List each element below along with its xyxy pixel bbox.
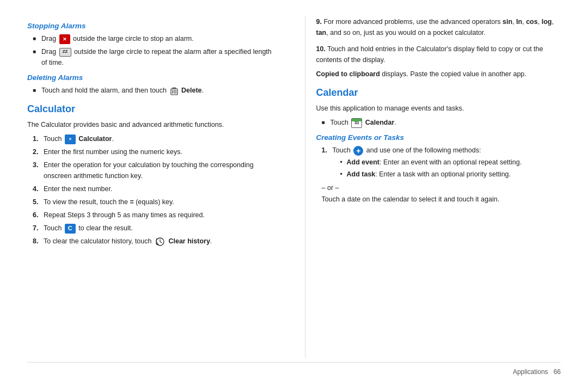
creating-events-steps: Touch + and use one of the following met… <box>316 145 561 180</box>
clear-icon: C <box>65 224 76 234</box>
plus-icon: + <box>353 146 363 156</box>
sub-list-item: Add task: Enter a task with an optional … <box>340 169 561 180</box>
calendar-section: Calendar Use this application to manage … <box>316 87 561 128</box>
calendar-icon: 31 <box>351 118 362 128</box>
calculator-steps: Touch ± Calculator. Enter the first numb… <box>27 133 272 247</box>
svg-rect-1 <box>173 88 176 89</box>
list-item: Drag ✕ outside the large circle to stop … <box>33 33 272 44</box>
list-item: Touch and hold the alarm, and then touch… <box>33 85 272 96</box>
delete-label: Delete <box>181 87 202 94</box>
trash-icon <box>170 86 179 96</box>
step10-section: 10. Touch and hold entries in the Calcul… <box>316 44 561 79</box>
stopping-alarms-title: Stopping Alarms <box>27 22 272 30</box>
final-text: Touch a date on the calendar to select i… <box>316 194 561 205</box>
step9-section: 9. For more advanced problems, use the a… <box>316 16 561 38</box>
list-item: Enter the next number. <box>33 183 272 194</box>
calendar-bullets: Touch 31 Calendar. <box>316 117 561 128</box>
deleting-alarms-section: Deleting Alarms Touch and hold the alarm… <box>27 74 272 96</box>
stop-alarm-icon: ✕ <box>59 34 70 44</box>
step10-number: 10. <box>316 45 326 53</box>
list-item: Touch ± Calculator. <box>33 133 272 144</box>
left-column: Stopping Alarms Drag ✕ outside the large… <box>27 16 283 358</box>
footer-label: Applications 66 <box>513 368 561 376</box>
creating-events-section: Creating Events or Tasks Touch + and use… <box>316 133 561 205</box>
right-column: 9. For more advanced problems, use the a… <box>305 16 561 358</box>
calendar-title: Calendar <box>316 87 561 99</box>
creating-events-title: Creating Events or Tasks <box>316 133 561 142</box>
copied-label: Copied to clipboard <box>316 70 380 78</box>
step9-text: 9. For more advanced problems, use the a… <box>316 16 561 38</box>
or-text: – or – <box>322 184 561 192</box>
stopping-alarms-list: Drag ✕ outside the large circle to stop … <box>27 33 272 68</box>
add-event-label: Add event <box>347 158 379 166</box>
applications-label: Applications <box>513 368 548 376</box>
add-task-label: Add task <box>347 170 376 178</box>
list-item: Enter the operation for your calculation… <box>33 160 272 181</box>
calendar-intro: Use this application to manage events an… <box>316 103 561 114</box>
clipboard-note: Copied to clipboard displays. Paste the … <box>316 69 561 79</box>
list-item: To clear the calculator history, touch C… <box>33 236 272 247</box>
list-item: To view the result, touch the = (equals)… <box>33 197 272 207</box>
list-item: Touch + and use one of the following met… <box>322 145 561 180</box>
list-item: Drag ZZ outside the large circle to repe… <box>33 46 272 68</box>
calculator-icon: ± <box>65 134 76 144</box>
clear-history-label: Clear history <box>168 237 210 245</box>
step10-text: 10. Touch and hold entries in the Calcul… <box>316 44 561 65</box>
list-item: Touch 31 Calendar. <box>322 117 561 128</box>
equals-label: = <box>130 198 133 206</box>
page: Stopping Alarms Drag ✕ outside the large… <box>0 0 588 392</box>
calculator-title: Calculator <box>27 103 272 115</box>
clear-history-icon <box>155 237 166 247</box>
deleting-alarms-title: Deleting Alarms <box>27 74 272 82</box>
list-item: Repeat Steps 3 through 5 as many times a… <box>33 210 272 220</box>
deleting-alarms-list: Touch and hold the alarm, and then touch… <box>27 85 272 96</box>
step9-number: 9. <box>316 18 322 26</box>
stopping-alarms-section: Stopping Alarms Drag ✕ outside the large… <box>27 22 272 68</box>
sub-bullet-list: Add event: Enter an event with an option… <box>333 157 561 180</box>
list-item: Enter the first number using the numeric… <box>33 146 272 157</box>
snooze-icon: ZZ <box>59 48 71 57</box>
list-item: Touch C to clear the result. <box>33 223 272 234</box>
footer: Applications 66 <box>27 362 561 376</box>
calculator-section: Calculator The Calculator provides basic… <box>27 103 272 247</box>
sub-list-item: Add event: Enter an event with an option… <box>340 157 561 168</box>
calculator-intro: The Calculator provides basic and advanc… <box>27 119 272 130</box>
calendar-label: Calendar <box>365 119 395 126</box>
calculator-label: Calculator <box>78 135 112 143</box>
page-number: 66 <box>554 368 561 376</box>
